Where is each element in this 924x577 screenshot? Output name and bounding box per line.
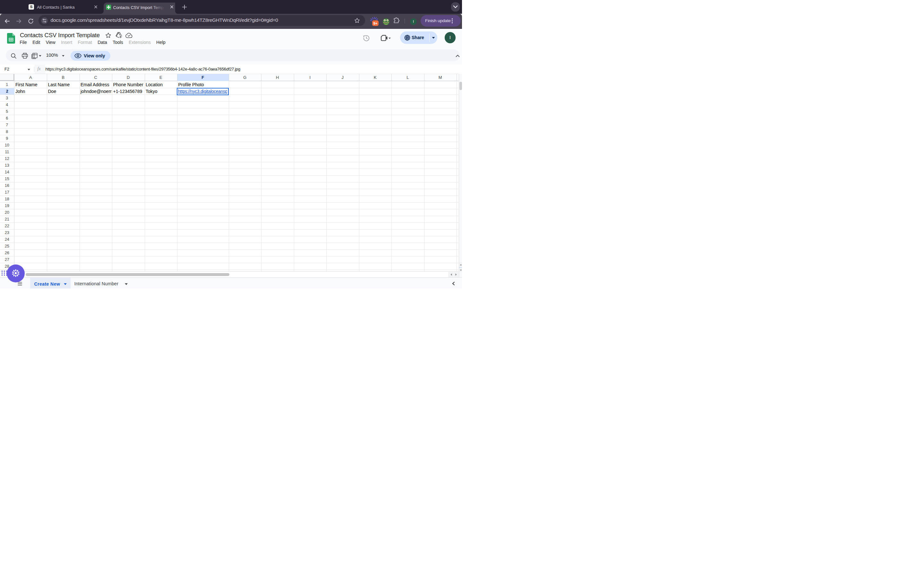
svg-text:9+: 9+ [373,21,377,25]
